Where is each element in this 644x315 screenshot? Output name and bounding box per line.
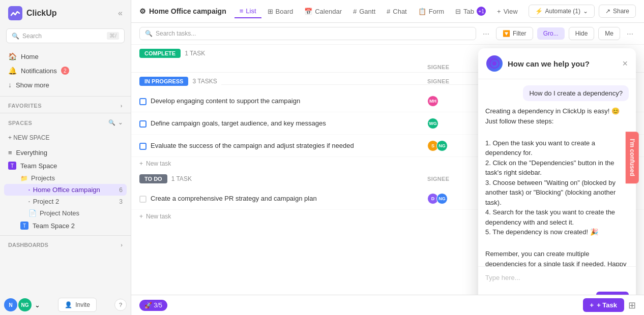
me-mode-button[interactable]: Me [598,27,620,40]
dot-icon-2: • [28,199,30,204]
share-button[interactable]: ↗ Share [599,5,636,18]
tabs: ≡ List ⊞ Board 📅 Calendar # Gantt # C [235,4,523,18]
project-icon: ⚙ [139,7,146,15]
new-space-button[interactable]: + NEW SPACE [4,131,127,144]
grid-view-button[interactable]: ⊞ [628,300,636,311]
spaces-search-icon[interactable]: 🔍 [108,119,116,126]
everything-icon: ≡ [8,149,12,156]
search-task-icon: 🔍 [145,30,153,37]
rocket-badge[interactable]: 🚀 3/5 [139,300,167,311]
filter-button[interactable]: 🔽 Filter [496,27,533,40]
automate-button[interactable]: ⚡ Automate (1) ⌄ [529,5,595,18]
confused-button[interactable]: I'm confused [626,132,639,183]
bell-icon: 🔔 [8,67,17,75]
logo[interactable]: ClickUp [8,6,57,20]
favorites-expand-icon[interactable]: › [121,103,123,109]
group-button[interactable]: Gro... [537,27,565,40]
tab-gantt[interactable]: # Gantt [348,4,380,18]
folder-icon: 📁 [20,175,28,182]
ai-input-area [478,266,636,289]
sidebar-item-notifications[interactable]: 🔔 Notifications 2 [4,64,127,78]
task-assignees: S NG [427,140,478,151]
view-label: View [504,8,518,15]
tab-calendar[interactable]: 📅 Calendar [299,4,347,18]
calendar-label: Calendar [315,8,342,15]
search-more-button[interactable]: ⋯ [480,27,492,40]
dashboards-label: DASHBOARDS [8,242,48,248]
task-checkbox[interactable] [139,143,147,150]
ai-response-2: 1. Open the task you want to create a de… [485,138,629,237]
ai-panel: How can we help you? × How do I create a… [478,48,636,295]
in-progress-label: IN PROGRESS [144,78,183,84]
tab-list[interactable]: ≡ List [235,4,261,18]
add-task-button[interactable]: + + Task [583,298,624,312]
tab-add-view[interactable]: + View [492,4,523,18]
help-button[interactable]: ? [114,299,127,311]
options-more-button[interactable]: ⋯ [624,27,636,40]
sidebar-bottom-bar: N NG ⌄ 👤 Invite ? [0,295,131,315]
projects-add-icon[interactable]: + [119,175,123,182]
tab-form[interactable]: 📋 Form [413,4,449,18]
search-icon: 🔍 [12,33,19,40]
search-bar[interactable]: 🔍 Search ⌘/ [6,28,125,43]
sidebar-item-team-space[interactable]: T Team Space [4,159,127,172]
send-button[interactable]: Send [596,292,629,295]
to-do-label: TO DO [144,176,162,182]
gantt-label: Gantt [359,8,375,15]
hide-button[interactable]: Hide [569,27,595,40]
avatar-dropdown-icon[interactable]: ⌄ [35,301,40,309]
task-assignees: WG [427,118,478,129]
tab-chat[interactable]: # Chat [382,4,412,18]
task-name: Define campaign goals, target audience, … [139,119,427,128]
task-assignees: D NG [427,193,478,204]
task-checkbox[interactable] [139,196,147,203]
avatar-ng: NG [18,298,32,311]
sidebar-item-team-space-2[interactable]: T Team Space 2 [4,219,127,232]
list-label: List [246,7,256,15]
task-search-input[interactable]: 🔍 Search tasks... [139,27,476,40]
board-label: Board [276,8,294,15]
ai-text-input[interactable] [485,272,629,284]
tab-board[interactable]: ⊞ Board [262,4,299,18]
ai-close-button[interactable]: × [622,58,628,69]
sidebar-item-show-more[interactable]: ↓ Show more [4,78,127,92]
home-office-label: Home Office campaign [33,186,100,194]
col-task [139,64,427,70]
chat-label: Chat [393,8,406,15]
form-label: Form [429,8,444,15]
sidebar-item-everything[interactable]: ≡ Everything [4,146,127,159]
projects-more-icon[interactable]: ⋯ [111,175,117,182]
dot-icon: • [28,187,30,192]
gantt-icon: # [353,8,357,15]
team-space-icon: T [8,162,16,170]
sidebar-item-project-notes[interactable]: 📄 Project Notes [4,207,127,219]
sidebar-item-projects[interactable]: 📁 Projects ⋯ + [4,172,127,184]
ai-logo [486,55,503,72]
task-checkbox[interactable] [139,98,147,105]
chevron-down-icon: ↓ [8,81,12,89]
tab-tab[interactable]: ⊟ Tab +1 [450,4,491,18]
task-checkbox[interactable] [139,120,147,128]
sidebar-header: ClickUp « [0,0,131,26]
automate-chevron: ⌄ [583,8,588,15]
sidebar-item-project2[interactable]: • Project 2 3 [4,196,127,207]
invite-button[interactable]: 👤 Invite [58,298,97,312]
team-space-2-label: Team Space 2 [33,222,75,230]
dashboards-expand-icon[interactable]: › [121,242,123,248]
sidebar-item-home[interactable]: 🏠 Home [4,49,127,64]
sidebar-collapse-button[interactable]: « [118,9,123,18]
ai-response-3: Remember, you can create multiple depend… [485,249,629,266]
add-icon: + [590,301,594,309]
divider-dashboards [0,235,131,236]
automate-icon: ⚡ [535,8,543,15]
person-icon: 👤 [65,301,72,308]
to-do-count: 1 TASK [171,175,192,182]
ai-title: How can we help you? [508,59,617,68]
ai-response-1: Creating a dependency in ClickUp is easy… [485,106,629,126]
spaces-nav: + NEW SPACE ≡ Everything T Team Space 📁 … [0,128,131,233]
sidebar-item-home-office[interactable]: • Home Office campaign 6 [4,184,127,196]
tab-icon: ⊟ [455,8,461,15]
spaces-expand-icon[interactable]: ⌄ [118,119,123,126]
team-space-2-icon: T [20,222,28,230]
tab-label: Tab [463,8,474,15]
